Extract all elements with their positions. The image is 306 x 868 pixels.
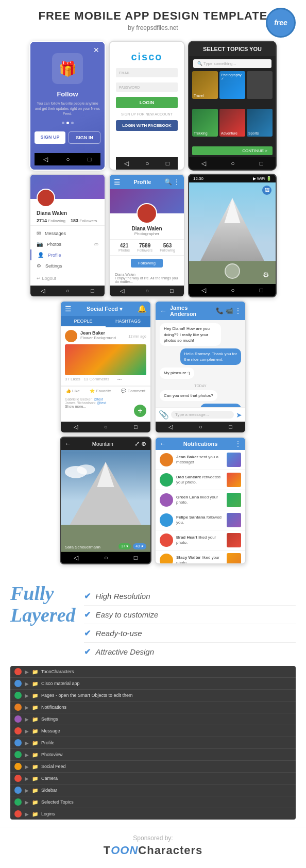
back-icon: ◁	[201, 287, 206, 294]
following-button[interactable]: Following	[131, 259, 163, 268]
email-field[interactable]: EMAIL	[116, 68, 178, 77]
nav-bar: ◁ ○ □	[189, 157, 276, 170]
page-header: FREE MOBILE APP DESIGN TEMPLATE by freep…	[0, 0, 306, 37]
menu-photos[interactable]: 📷Photos 25	[30, 239, 105, 249]
menu-settings[interactable]: ⚙Settings	[30, 260, 105, 271]
signup-button[interactable]: SIGN UP	[35, 131, 65, 144]
back-icon: ◁	[74, 554, 78, 561]
continue-button[interactable]: CONTINUE >	[192, 146, 273, 155]
fab-button[interactable]: +	[134, 405, 146, 417]
topic-travel[interactable]: Travel	[192, 71, 218, 99]
password-field[interactable]: PASSWORD	[116, 82, 178, 92]
chevron-icon: ▶	[25, 693, 29, 698]
nav-bar: ◁ ○ □	[61, 552, 150, 563]
login-button[interactable]: LOGIN	[116, 97, 178, 108]
message-input[interactable]: Type a message...	[171, 411, 234, 419]
layer-row: ▶ 📁 Pages - open the Smart Objects to ed…	[10, 690, 296, 702]
tab-people[interactable]: PEOPLE	[61, 316, 106, 327]
phone-cisco: cisco EMAIL PASSWORD LOGIN SIGN UP FOR N…	[109, 41, 185, 171]
menu-logout[interactable]: ↩ Logout	[30, 273, 105, 283]
layer-row: ▶ 📁 Message	[10, 725, 296, 737]
follow-counts: 2714 Following 183 Followers	[30, 216, 105, 225]
profile-name: Diana Walen	[30, 210, 105, 216]
layer-row: ▶ 📁 Settings	[10, 713, 296, 725]
like-action[interactable]: 👍 Like	[66, 389, 80, 393]
gift-icon: 🎁	[52, 53, 83, 84]
back-icon: ◁	[41, 288, 45, 294]
camera-viewfinder: ⚙ 🖼	[189, 182, 276, 284]
attach-icon: 📎	[159, 410, 169, 420]
nav-bar: ◁ ○ □	[35, 153, 100, 165]
layer-row: ▶ 📁 ToonCharacters	[10, 666, 296, 678]
row3: ☰ Social Feed ▾ 🔔 PEOPLE HASHTAGS Jean B…	[5, 301, 301, 433]
profile-toolbar: ☰ Profile 🔍 ⋮	[110, 175, 184, 189]
message-sent: Sending you now.	[200, 404, 241, 408]
status-bar: 12:30 ▶ WiFi 🔋	[189, 175, 276, 182]
menu-icon: □	[170, 288, 174, 294]
eye-icon	[14, 751, 22, 758]
topics-search[interactable]: 🔍 Type something...	[193, 59, 271, 68]
chevron-icon: ▶	[25, 681, 29, 687]
menu-hamburger-icon: ☰	[114, 178, 121, 186]
notif-avatar	[160, 554, 173, 564]
chevron-icon: ▶	[25, 788, 29, 793]
feature-design: ✔ Attractive Design	[84, 643, 296, 661]
photo-caption: Sara Scheuermann	[65, 545, 100, 549]
more-icon: ⋮	[235, 440, 241, 447]
home-icon: ○	[104, 424, 108, 430]
sponsor-name: TOONCharacters	[0, 844, 306, 857]
signin-button[interactable]: SIGN IN	[69, 131, 100, 144]
home-icon: ○	[66, 288, 70, 294]
feature-label: High Resolution	[96, 592, 150, 600]
back-icon: ←	[65, 440, 71, 447]
phone-notifications: ← Notifications ⋮ Jean Baker sent you a …	[155, 437, 246, 564]
cover-photo	[30, 175, 105, 199]
home-icon: ○	[199, 424, 202, 430]
menu-profile[interactable]: 👤Profile	[30, 249, 105, 260]
topic-photography[interactable]: Photography ✓	[219, 71, 245, 99]
layers-panel: ▶ 📁 ToonCharacters ▶ 📁 Cisco material ap…	[10, 666, 296, 820]
folder-icon: 📁	[32, 776, 38, 781]
notif-avatar	[160, 453, 173, 466]
share-icon: ⤢ ⊕	[134, 440, 146, 447]
folder-icon: 📁	[32, 740, 38, 746]
tab-hashtags[interactable]: HASHTAGS	[106, 316, 150, 327]
svg-point-9	[77, 465, 95, 475]
eye-icon	[14, 739, 22, 746]
profile-icon: 👤	[38, 252, 44, 258]
notif-thumb	[227, 553, 241, 564]
feed-post: Jean Baker Flower Background 12 min ago …	[61, 327, 150, 386]
topic-sports[interactable]: Sports	[247, 109, 273, 137]
folder-icon: 📁	[32, 752, 38, 758]
fav-action[interactable]: ⭐ Favorite	[90, 389, 111, 393]
nav-bar: ◁ ○ □	[189, 284, 276, 296]
layer-row: ▶ 📁 Notifications	[10, 702, 296, 713]
profile-stats: 421Photos 7589Followers 563Following	[110, 239, 184, 256]
feed-tabs: PEOPLE HASHTAGS	[61, 316, 150, 327]
phone-sidebar: Diana Walen 2714 Following 183 Followers…	[29, 174, 106, 297]
home-icon: ○	[104, 554, 108, 561]
profile-name: Diana Walen	[110, 226, 184, 231]
back-icon: ◁	[201, 160, 206, 167]
comment-action[interactable]: 💬 Comment	[121, 389, 145, 393]
back-icon: ◁	[124, 160, 129, 167]
send-icon[interactable]: ➤	[236, 411, 242, 419]
topic-trekking[interactable]: Trekking	[192, 109, 218, 137]
shutter-button[interactable]	[225, 263, 240, 279]
eye-icon	[14, 668, 22, 675]
topic-adventure[interactable]: Adventure	[219, 109, 245, 137]
post-avatar	[65, 330, 77, 342]
menu-icon: □	[260, 160, 263, 167]
menu-icon: □	[91, 288, 94, 294]
facebook-login-button[interactable]: LOGIN WITH FACEBOOK	[116, 120, 178, 131]
chevron-icon: ▶	[25, 669, 29, 675]
message-received: Hey Diana!! How are you doing?? I really…	[160, 323, 221, 346]
sponsor-section: Sponsored by: TOONCharacters	[0, 827, 306, 866]
avatar	[37, 189, 55, 207]
topics-grid: Travel Photography ✓ Trekking Adventure …	[189, 71, 276, 144]
notif-avatar	[160, 473, 173, 487]
signup-link[interactable]: SIGN UP FOR NEW ACCOUNT	[121, 112, 173, 116]
notif-toolbar: ← Notifications ⋮	[156, 438, 245, 450]
check-icon: ✔	[84, 628, 91, 638]
menu-messages[interactable]: ✉Messages	[30, 228, 105, 239]
